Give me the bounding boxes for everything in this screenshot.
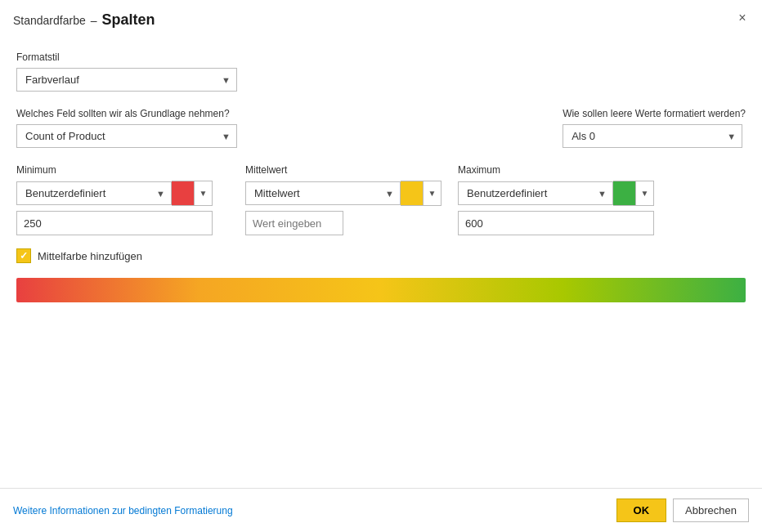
field-select[interactable]: Count of Product [16, 124, 237, 148]
field-empty-row: Welches Feld sollten wir als Grundlage n… [16, 108, 746, 148]
help-link[interactable]: Weitere Informationen zur bedingten Form… [13, 505, 233, 516]
minimum-type-wrapper: Benutzerdefiniert ▼ [16, 181, 172, 205]
midvalue-type-wrapper: Mittelwert ▼ [245, 181, 401, 205]
midvalue-color-swatch[interactable] [401, 181, 424, 206]
maximum-color-swatch[interactable] [613, 181, 636, 206]
maximum-type-wrapper: Benutzerdefiniert ▼ [458, 181, 613, 205]
empty-values-col: Wie sollen leere Werte formatiert werden… [563, 108, 746, 148]
close-button[interactable]: × [733, 8, 752, 28]
checkmark-icon: ✓ [20, 251, 28, 261]
midvalue-value-input[interactable] [245, 211, 343, 235]
minimum-control-row: Benutzerdefiniert ▼ ▼ [16, 181, 229, 206]
midvalue-control-row: Mittelwert ▼ ▼ [245, 181, 442, 206]
title-main: Spalten [102, 11, 155, 29]
cancel-button[interactable]: Abbrechen [673, 498, 749, 522]
title-standard: Standardfarbe [13, 14, 86, 27]
format-style-select[interactable]: Farbverlauf [16, 68, 237, 92]
gradient-preview-bar [16, 278, 746, 302]
format-style-row: Formatstil Farbverlauf ▼ [16, 51, 746, 92]
empty-values-label: Wie sollen leere Werte formatiert werden… [563, 108, 746, 119]
midcolor-checkbox-label: Mittelfarbe hinzufügen [38, 250, 142, 262]
maximum-label: Maximum [458, 164, 670, 176]
field-select-wrapper: Count of Product ▼ [16, 124, 237, 148]
content-area: Formatstil Farbverlauf ▼ Welches Feld so… [0, 37, 762, 330]
midcolor-checkbox-row: ✓ Mittelfarbe hinzufügen [16, 248, 746, 263]
midvalue-color-dropdown-btn[interactable]: ▼ [424, 181, 442, 206]
title-bar: Standardfarbe – Spalten [0, 0, 762, 37]
format-style-label: Formatstil [16, 51, 746, 63]
minimum-color-dropdown-btn[interactable]: ▼ [195, 181, 213, 206]
maximum-type-select[interactable]: Benutzerdefiniert [458, 181, 613, 205]
midvalue-type-select[interactable]: Mittelwert [245, 181, 401, 205]
minimum-type-select[interactable]: Benutzerdefiniert [16, 181, 172, 205]
maximum-control-row: Benutzerdefiniert ▼ ▼ [458, 181, 670, 206]
field-selection-col: Welches Feld sollten wir als Grundlage n… [16, 108, 237, 148]
midvalue-section: Mittelwert Mittelwert ▼ ▼ [245, 164, 442, 235]
midcolor-checkbox[interactable]: ✓ [16, 248, 31, 263]
min-mid-max-row: Minimum Benutzerdefiniert ▼ ▼ Mittelwert [16, 164, 746, 235]
empty-select-wrapper: Als 0 ▼ [563, 124, 742, 148]
ok-button[interactable]: OK [616, 498, 667, 522]
footer-buttons: OK Abbrechen [616, 498, 749, 522]
maximum-color-dropdown-btn[interactable]: ▼ [636, 181, 654, 206]
minimum-value-input[interactable] [16, 211, 213, 235]
format-style-select-wrapper: Farbverlauf ▼ [16, 68, 237, 92]
footer: Weitere Informationen zur bedingten Form… [0, 488, 762, 532]
midvalue-label: Mittelwert [245, 164, 442, 176]
title-dash: – [91, 14, 97, 27]
dialog: Standardfarbe – Spalten × Formatstil Far… [0, 0, 762, 532]
minimum-label: Minimum [16, 164, 229, 176]
empty-select[interactable]: Als 0 [563, 124, 742, 148]
maximum-value-input[interactable] [458, 211, 654, 235]
maximum-section: Maximum Benutzerdefiniert ▼ ▼ [458, 164, 670, 235]
minimum-color-swatch[interactable] [172, 181, 195, 206]
minimum-section: Minimum Benutzerdefiniert ▼ ▼ [16, 164, 229, 235]
field-selection-label: Welches Feld sollten wir als Grundlage n… [16, 108, 237, 119]
